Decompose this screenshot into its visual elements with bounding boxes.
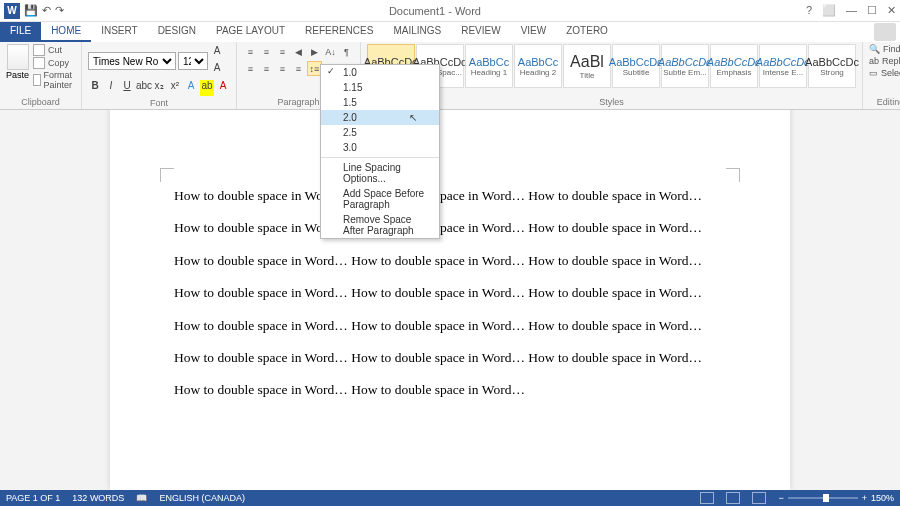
font-name-select[interactable]: Times New Ro: [88, 52, 176, 70]
minimize-icon[interactable]: —: [846, 4, 857, 17]
tab-design[interactable]: DESIGN: [148, 22, 206, 42]
maximize-icon[interactable]: ☐: [867, 4, 877, 17]
spacing-option-1-0[interactable]: 1.0: [321, 65, 439, 80]
close-icon[interactable]: ✕: [887, 4, 896, 17]
window-title: Document1 - Word: [64, 5, 806, 17]
spacing-option-2-5[interactable]: 2.5: [321, 125, 439, 140]
line-spacing-menu: 1.01.151.52.0↖2.53.0Line Spacing Options…: [320, 64, 440, 239]
style-subtitle[interactable]: AaBbCcDdSubtitle: [612, 44, 660, 88]
sort-button[interactable]: A↓: [323, 44, 338, 59]
tab-home[interactable]: HOME: [41, 22, 91, 42]
italic-button[interactable]: I: [104, 80, 118, 96]
style-strong[interactable]: AaBbCcDcStrong: [808, 44, 856, 88]
spacing-option-3-0[interactable]: 3.0: [321, 140, 439, 155]
styles-label: Styles: [367, 97, 856, 109]
editing-label: Editing: [869, 97, 900, 109]
font-size-select[interactable]: 12: [178, 52, 208, 70]
group-clipboard: Paste Cut Copy Format Painter Clipboard: [0, 42, 82, 109]
format-painter-button[interactable]: Format Painter: [33, 70, 77, 90]
underline-button[interactable]: U: [120, 80, 134, 96]
user-avatar[interactable]: [874, 23, 896, 41]
margin-corner-tr: [726, 168, 740, 182]
find-button[interactable]: 🔍Find: [869, 44, 900, 54]
numbering-button[interactable]: ≡: [259, 44, 274, 59]
spacing-option-2-0[interactable]: 2.0↖: [321, 110, 439, 125]
paste-button[interactable]: Paste: [6, 44, 29, 80]
align-right-button[interactable]: ≡: [275, 61, 290, 76]
superscript-button[interactable]: x²: [168, 80, 182, 96]
cut-button[interactable]: Cut: [33, 44, 77, 56]
bullets-button[interactable]: ≡: [243, 44, 258, 59]
spacing-option-1-15[interactable]: 1.15: [321, 80, 439, 95]
style-heading-[interactable]: AaBbCcHeading 1: [465, 44, 513, 88]
clipboard-label: Clipboard: [6, 97, 75, 109]
paste-icon: [7, 44, 29, 70]
copy-button[interactable]: Copy: [33, 57, 77, 69]
tab-page-layout[interactable]: PAGE LAYOUT: [206, 22, 295, 42]
find-icon: 🔍: [869, 44, 880, 54]
spacing-option-1-5[interactable]: 1.5: [321, 95, 439, 110]
quick-access-toolbar: W 💾 ↶ ↷: [4, 3, 64, 19]
tab-references[interactable]: REFERENCES: [295, 22, 383, 42]
zoom-controls: − + 150%: [778, 493, 894, 503]
bold-button[interactable]: B: [88, 80, 102, 96]
status-language[interactable]: ENGLISH (CANADA): [159, 493, 245, 503]
page[interactable]: How to double space in Word… How to doub…: [110, 110, 790, 490]
save-icon[interactable]: 💾: [24, 4, 38, 17]
zoom-level[interactable]: 150%: [871, 493, 894, 503]
word-icon: W: [4, 3, 20, 19]
grow-font-icon[interactable]: A: [210, 45, 224, 61]
shrink-font-icon[interactable]: A: [210, 62, 224, 78]
tab-file[interactable]: FILE: [0, 22, 41, 42]
line-spacing-options-item[interactable]: Line Spacing Options...: [321, 160, 439, 186]
margin-corner-tl: [160, 168, 174, 182]
read-mode-icon[interactable]: [700, 492, 714, 504]
style-heading-[interactable]: AaBbCcHeading 2: [514, 44, 562, 88]
increase-indent-button[interactable]: ▶: [307, 44, 322, 59]
select-icon: ▭: [869, 68, 878, 78]
decrease-indent-button[interactable]: ◀: [291, 44, 306, 59]
justify-button[interactable]: ≡: [291, 61, 306, 76]
align-center-button[interactable]: ≡: [259, 61, 274, 76]
tab-mailings[interactable]: MAILINGS: [383, 22, 451, 42]
web-layout-icon[interactable]: [752, 492, 766, 504]
group-editing: 🔍Find abReplace ▭Select Editing: [863, 42, 900, 109]
replace-icon: ab: [869, 56, 879, 66]
replace-button[interactable]: abReplace: [869, 56, 900, 66]
status-page[interactable]: PAGE 1 OF 1: [6, 493, 60, 503]
ribbon-tabs: FILE HOME INSERT DESIGN PAGE LAYOUT REFE…: [0, 22, 900, 42]
document-text[interactable]: How to double space in Word… How to doub…: [174, 180, 726, 407]
tab-view[interactable]: VIEW: [511, 22, 557, 42]
ribbon-display-icon[interactable]: ⬜: [822, 4, 836, 17]
strike-button[interactable]: abc: [136, 80, 150, 96]
select-button[interactable]: ▭Select: [869, 68, 900, 78]
show-marks-button[interactable]: ¶: [339, 44, 354, 59]
subscript-button[interactable]: x₂: [152, 80, 166, 96]
redo-icon[interactable]: ↷: [55, 4, 64, 17]
text-effects-button[interactable]: A: [184, 80, 198, 96]
titlebar: W 💾 ↶ ↷ Document1 - Word ? ⬜ — ☐ ✕: [0, 0, 900, 22]
document-area: How to double space in Word… How to doub…: [0, 110, 900, 490]
status-words[interactable]: 132 WORDS: [72, 493, 124, 503]
zoom-slider[interactable]: [788, 497, 858, 499]
print-layout-icon[interactable]: [726, 492, 740, 504]
style-intense-e-[interactable]: AaBbCcDdIntense E...: [759, 44, 807, 88]
help-icon[interactable]: ?: [806, 4, 812, 17]
multilevel-button[interactable]: ≡: [275, 44, 290, 59]
highlight-button[interactable]: ab: [200, 80, 214, 96]
zoom-out-icon[interactable]: −: [778, 493, 783, 503]
align-left-button[interactable]: ≡: [243, 61, 258, 76]
status-proofing-icon[interactable]: 📖: [136, 493, 147, 503]
style-title[interactable]: AaBlTitle: [563, 44, 611, 88]
style-emphasis[interactable]: AaBbCcDdEmphasis: [710, 44, 758, 88]
zoom-in-icon[interactable]: +: [862, 493, 867, 503]
remove-space-after-item[interactable]: Remove Space After Paragraph: [321, 212, 439, 238]
style-subtle-em-[interactable]: AaBbCcDdSubtle Em...: [661, 44, 709, 88]
tab-review[interactable]: REVIEW: [451, 22, 510, 42]
font-color-button[interactable]: A: [216, 80, 230, 96]
tab-insert[interactable]: INSERT: [91, 22, 148, 42]
undo-icon[interactable]: ↶: [42, 4, 51, 17]
cursor-icon: ↖: [409, 112, 417, 123]
tab-zotero[interactable]: ZOTERO: [556, 22, 618, 42]
add-space-before-item[interactable]: Add Space Before Paragraph: [321, 186, 439, 212]
